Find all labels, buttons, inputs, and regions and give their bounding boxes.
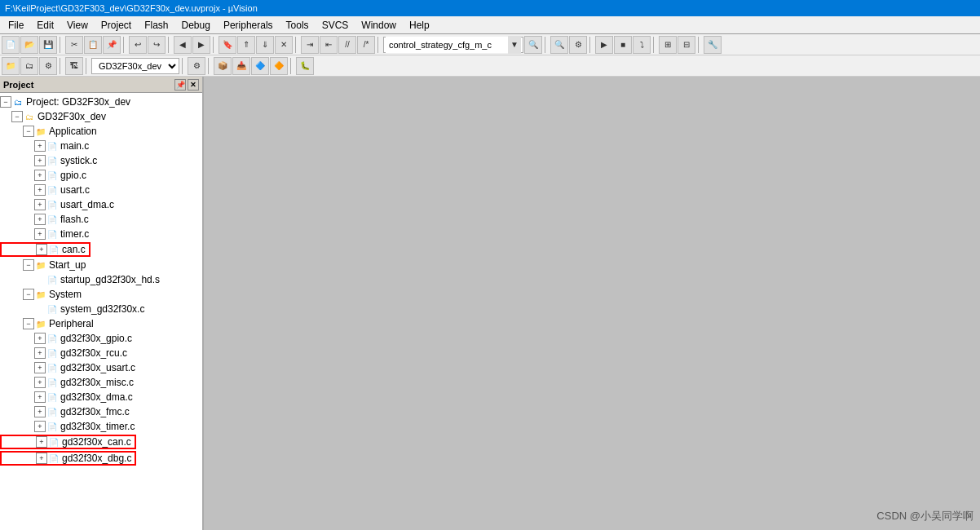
tree-item-gpio-c[interactable]: +📄gpio.c — [0, 168, 202, 183]
toggle-dma-drv[interactable]: + — [34, 391, 46, 403]
menu-file[interactable]: File — [2, 18, 30, 33]
paste-button[interactable]: 📌 — [103, 36, 121, 54]
menu-window[interactable]: Window — [355, 18, 403, 33]
toggle-timer-c[interactable]: + — [34, 228, 46, 240]
tree-item-usart-drv[interactable]: +📄gd32f30x_usart.c — [0, 360, 202, 375]
redo-button[interactable]: ↪ — [148, 36, 166, 54]
tree-item-system[interactable]: −📁System — [0, 287, 202, 302]
tree-item-usart-dma-c[interactable]: +📄usart_dma.c — [0, 197, 202, 212]
tree-item-dma-drv[interactable]: +📄gd32f30x_dma.c — [0, 390, 202, 404]
toggle-gpio-drv[interactable]: + — [34, 333, 46, 344]
search2-button[interactable]: ⚙ — [569, 36, 587, 54]
run-button[interactable]: ▶ — [595, 36, 613, 54]
settings-button[interactable]: 🔧 — [704, 36, 722, 54]
tree-item-system-c[interactable]: 📄system_gd32f30x.c — [0, 302, 202, 316]
stop-button[interactable]: ■ — [614, 36, 632, 54]
build-btn[interactable]: 🏗 — [65, 57, 83, 75]
toggle-can-c[interactable]: + — [36, 244, 47, 255]
toggle-rcu-drv[interactable]: + — [34, 347, 46, 359]
prev-bookmark-button[interactable]: ⇑ — [237, 36, 255, 54]
toggle-systick-c[interactable]: + — [34, 155, 46, 166]
tree-item-systick-c[interactable]: +📄systick.c — [0, 153, 202, 168]
pack-btn-2[interactable]: 📥 — [232, 57, 250, 75]
tree-item-startup-file[interactable]: 📄startup_gd32f30x_hd.s — [0, 272, 202, 287]
indent-button[interactable]: ⇥ — [301, 36, 319, 54]
clear-bookmark-button[interactable]: ✕ — [275, 36, 293, 54]
zoom-in-button[interactable]: 🔍 — [550, 36, 568, 54]
toggle-main-c[interactable]: + — [34, 140, 46, 152]
window-btn-1[interactable]: ⊞ — [659, 36, 677, 54]
project-tree[interactable]: −🗂Project: GD32F30x_dev−🗂GD32F30x_dev−📁A… — [0, 93, 202, 530]
toggle-project-root[interactable]: − — [0, 96, 11, 108]
toggle-flash-c[interactable]: + — [34, 214, 46, 225]
nav-back-button[interactable]: ◀ — [174, 36, 192, 54]
tree-item-project-root[interactable]: −🗂Project: GD32F30x_dev — [0, 95, 202, 109]
tree-item-can-drv[interactable]: +📄gd32f30x_can.c — [0, 434, 202, 450]
toggle-startup[interactable]: − — [23, 259, 34, 271]
toggle-application[interactable]: − — [23, 126, 34, 137]
file-search-dropdown[interactable]: ▼ — [508, 36, 521, 54]
toggle-peripheral[interactable]: − — [23, 318, 34, 329]
step-button[interactable]: ⤵ — [633, 36, 651, 54]
cut-button[interactable]: ✂ — [65, 36, 83, 54]
toggle-usart-dma-c[interactable]: + — [34, 199, 46, 210]
tree-item-can-c[interactable]: +📄can.c — [0, 241, 202, 258]
tree-item-gd32f30x-dev[interactable]: −🗂GD32F30x_dev — [0, 109, 202, 124]
next-bookmark-button[interactable]: ⇓ — [256, 36, 274, 54]
comment-button[interactable]: // — [338, 36, 356, 54]
toggle-timer-drv[interactable]: + — [34, 421, 46, 432]
toggle-gd32f30x-dev[interactable]: − — [11, 111, 23, 122]
bookmark-button[interactable]: 🔖 — [219, 36, 236, 54]
open-file-button[interactable]: 📂 — [20, 36, 38, 54]
tree-item-dbg-drv[interactable]: +📄gd32f30x_dbg.c — [0, 450, 202, 466]
tree-item-gpio-drv[interactable]: +📄gd32f30x_gpio.c — [0, 331, 202, 346]
tree-item-startup[interactable]: −📁Start_up — [0, 258, 202, 272]
tree-item-timer-drv[interactable]: +📄gd32f30x_timer.c — [0, 419, 202, 434]
unindent-button[interactable]: ⇤ — [320, 36, 338, 54]
toggle-system[interactable]: − — [23, 289, 34, 300]
dbg-btn[interactable]: 🐛 — [296, 57, 314, 75]
toggle-fmc-drv[interactable]: + — [34, 406, 46, 417]
toggle-usart-drv[interactable]: + — [34, 362, 46, 373]
tree-item-usart-c[interactable]: +📄usart.c — [0, 183, 202, 197]
menu-tools[interactable]: Tools — [280, 18, 316, 33]
pack-btn-1[interactable]: 📦 — [214, 57, 232, 75]
file-search-input[interactable] — [386, 37, 508, 53]
toggle-can-drv[interactable]: + — [36, 436, 47, 448]
toggle-misc-drv[interactable]: + — [34, 377, 46, 388]
tree-item-peripheral[interactable]: −📁Peripheral — [0, 316, 202, 331]
menu-help[interactable]: Help — [403, 18, 436, 33]
toggle-usart-c[interactable]: + — [34, 184, 46, 196]
save-button[interactable]: 💾 — [39, 36, 57, 54]
window-btn-2[interactable]: ⊟ — [678, 36, 695, 54]
uncomment-button[interactable]: /* — [357, 36, 375, 54]
tree-item-flash-c[interactable]: +📄flash.c — [0, 212, 202, 227]
menu-debug[interactable]: Debug — [175, 18, 217, 33]
copy-button[interactable]: 📋 — [84, 36, 102, 54]
pack-btn-4[interactable]: 🔶 — [270, 57, 288, 75]
project-btn-2[interactable]: 🗂 — [20, 57, 38, 75]
menu-view[interactable]: View — [60, 18, 95, 33]
toggle-gpio-c[interactable]: + — [34, 170, 46, 181]
menu-edit[interactable]: Edit — [30, 18, 60, 33]
menu-svcs[interactable]: SVCS — [316, 18, 355, 33]
find-button[interactable]: 🔍 — [524, 36, 542, 54]
menu-peripherals[interactable]: Peripherals — [217, 18, 280, 33]
project-btn-1[interactable]: 📁 — [2, 57, 20, 75]
tree-item-main-c[interactable]: +📄main.c — [0, 139, 202, 153]
nav-fwd-button[interactable]: ▶ — [192, 36, 210, 54]
panel-pin-button[interactable]: 📌 — [174, 79, 186, 91]
toggle-dbg-drv[interactable]: + — [36, 453, 47, 464]
tree-item-fmc-drv[interactable]: +📄gd32f30x_fmc.c — [0, 404, 202, 419]
undo-button[interactable]: ↩ — [129, 36, 147, 54]
manage-btn[interactable]: ⚙ — [188, 57, 205, 75]
menu-flash[interactable]: Flash — [138, 18, 174, 33]
tree-item-application[interactable]: −📁Application — [0, 124, 202, 139]
new-file-button[interactable]: 📄 — [2, 36, 20, 54]
pack-btn-3[interactable]: 🔷 — [251, 57, 269, 75]
project-btn-3[interactable]: ⚙ — [39, 57, 57, 75]
tree-item-rcu-drv[interactable]: +📄gd32f30x_rcu.c — [0, 346, 202, 360]
panel-close-button[interactable]: ✕ — [188, 79, 199, 91]
tree-item-timer-c[interactable]: +📄timer.c — [0, 227, 202, 241]
target-select[interactable]: GD32F30x_dev — [91, 58, 179, 74]
